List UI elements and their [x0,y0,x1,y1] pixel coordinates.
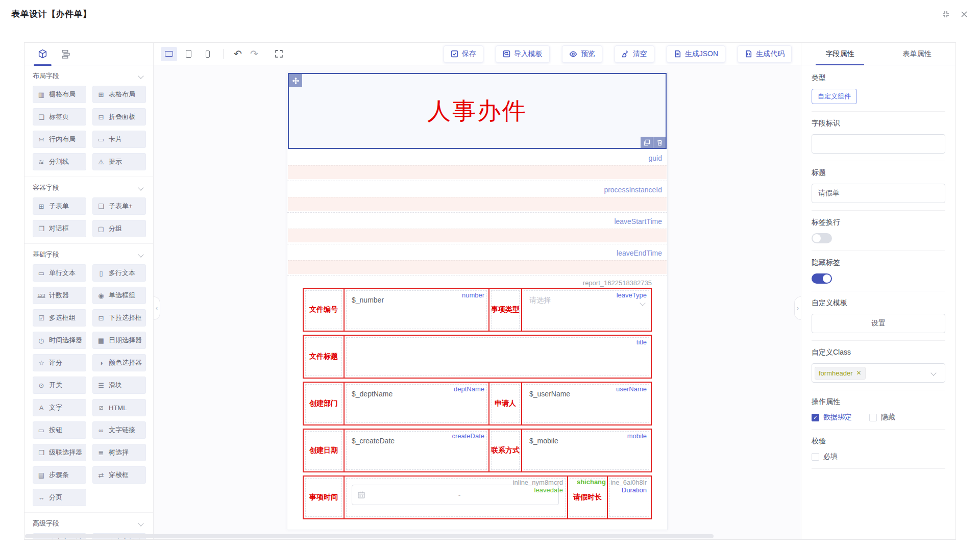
fullscreen-icon[interactable] [275,49,283,58]
data-binding-checkbox[interactable]: ✓ 数据绑定 [812,413,852,422]
move-handle-icon[interactable] [289,74,302,87]
palette-item-开关[interactable]: ⊙开关 [33,377,86,394]
input-field-cell[interactable]: $_createDatecreateDate [344,430,488,471]
form-header-component-selected[interactable]: 人事办件 [288,73,667,149]
hide-label-toggle[interactable] [812,273,832,284]
hidden-field-processInstanceId[interactable]: processInstanceId [287,181,667,213]
settings-button[interactable]: 设置 [812,314,945,333]
undo-icon[interactable]: ↶ [231,49,245,59]
palette-item-颜色选择器[interactable]: ◑颜色选择器 [92,354,146,371]
save-button[interactable]: 保存 [444,45,483,63]
import-button[interactable]: 导入模板 [496,45,550,63]
hidden-field-leaveStartTime[interactable]: leaveStartTime [287,213,667,244]
hidden-field-guid[interactable]: guid [287,149,667,181]
clear-button[interactable]: 清空 [615,45,654,63]
code-button[interactable]: 生成代码 [738,45,792,63]
palette-item-标签页[interactable]: ❏标签页 [33,108,86,126]
redo-icon[interactable]: ↷ [247,49,261,59]
palette-item-下拉选择框[interactable]: ⊡下拉选择框 [92,309,146,327]
type-tag-custom-component[interactable]: 自定义组件 [812,89,857,104]
chevron-down-icon[interactable] [138,73,143,79]
copy-component-icon[interactable] [641,137,653,148]
input-field-cell[interactable]: title [344,336,651,378]
palette-item-分页[interactable]: ↔分页 [33,489,86,506]
palette-item-折叠面板[interactable]: ⊟折叠面板 [92,108,146,126]
duration-field-cell[interactable]: ine_6ai0h8lrDuration [607,477,651,518]
delete-component-icon[interactable] [653,137,666,148]
chevron-down-icon[interactable] [138,185,143,190]
field-label-cell[interactable]: 请假时长shichang [567,477,607,518]
preview-button[interactable]: 预览 [562,45,602,63]
palette-item-HTML[interactable]: ⧄HTML [92,399,146,416]
palette-item-日期选择器[interactable]: ▦日期选择器 [92,332,146,349]
palette-item-多选框组[interactable]: ☑多选框组 [33,309,86,327]
collapse-inspector-handle[interactable]: › [794,296,801,320]
tab-outline-tree-icon[interactable] [61,43,70,65]
palette-item-评分[interactable]: ☆评分 [33,354,86,371]
custom-class-select[interactable]: formheader ✕ [812,363,945,383]
palette-item-label: 滑块 [109,381,122,390]
hidden-field-leaveEndTime[interactable]: leaveEndTime [287,244,667,276]
title-input[interactable] [812,184,945,203]
palette-item-label: 表格布局 [109,90,135,99]
hidden-checkbox[interactable]: 隐藏 [869,413,895,422]
palette-item-分组[interactable]: ▢分组 [92,220,146,237]
palette-item-步骤条[interactable]: ▤步骤条 [33,466,86,484]
palette-item-文字链接[interactable]: ∞文字链接 [92,421,146,439]
field-label-cell[interactable]: 事项类型 [488,289,521,331]
palette-item-表格布局[interactable]: ⊞表格布局 [92,86,146,103]
input-field-cell[interactable]: $_deptNamedeptName [344,383,488,424]
device-tablet-icon[interactable] [180,47,197,61]
palette-item-单行文本[interactable]: ▭单行文本 [33,264,86,282]
report-table-rows: 文件编号$_numbernumber事项类型请选择leaveType文件标题ti… [303,288,652,519]
field-label-cell[interactable]: 创建部门 [304,383,344,424]
tab-components-cube-icon[interactable] [38,43,47,65]
tab-form-properties[interactable]: 表单属性 [878,43,955,65]
input-field-cell[interactable]: $_userNameuserName [521,383,651,424]
device-desktop-icon[interactable] [161,47,177,61]
palette-item-多行文本[interactable]: ▯多行文本 [92,264,146,282]
palette-item-提示[interactable]: ⚠提示 [92,153,146,170]
palette-item-对话框[interactable]: ❐对话框 [33,220,86,237]
chevron-down-icon[interactable] [138,520,143,526]
input-field-cell[interactable]: $_numbernumber [344,289,488,331]
json-button[interactable]: 生成JSON [667,45,725,63]
required-checkbox[interactable]: 必填 [812,452,945,461]
palette-item-子表单[interactable]: ⊞子表单 [33,197,86,215]
palette-item-时间选择器[interactable]: ◷时间选择器 [33,332,86,349]
property-inspector: 字段属性 表单属性 类型 自定义组件 字段标识 标题 标签换行 隐藏标签 [801,43,955,539]
field-label-cell[interactable]: 文件编号 [304,289,344,331]
close-icon[interactable] [960,10,969,19]
palette-item-计数器[interactable]: 123计数器 [33,287,86,304]
select-field-cell[interactable]: 请选择leaveType [521,289,651,331]
palette-item-卡片[interactable]: ▭卡片 [92,131,146,148]
palette-item-滑块[interactable]: ☰滑块 [92,377,146,394]
chevron-down-icon[interactable] [138,252,143,257]
palette-item-子表单+[interactable]: ❏子表单+ [92,197,146,215]
palette-item-按钮[interactable]: ▭按钮 [33,421,86,439]
collapse-palette-handle[interactable]: ‹ [154,296,160,320]
palette-item-栅格布局[interactable]: ▥栅格布局 [33,86,86,103]
field-label-cell[interactable]: 联系方式 [488,430,521,471]
compress-icon[interactable] [941,10,950,19]
field-label-cell[interactable]: 申请人 [488,383,521,424]
remove-class-icon[interactable]: ✕ [856,369,861,377]
palette-item-穿梭框[interactable]: ⇄穿梭框 [92,466,146,484]
palette-item-单选框组[interactable]: ◉单选框组 [92,287,146,304]
tab-field-properties[interactable]: 字段属性 [801,43,878,65]
label-wrap-toggle[interactable] [812,233,832,243]
palette-item-行内布局[interactable]: ∺行内布局 [33,131,86,148]
palette-item-树选择[interactable]: ≣树选择 [92,444,146,461]
palette-item-级联选择器[interactable]: ❒级联选择器 [33,444,86,461]
field-label-cell[interactable]: 创建日期 [304,430,344,471]
field-label-cell[interactable]: 文件标题 [304,336,344,378]
device-phone-icon[interactable] [200,47,216,61]
field-id-input[interactable] [812,134,945,154]
palette-item-分割线[interactable]: ≋分割线 [33,153,86,170]
input-field-cell[interactable]: $_mobilemobile [521,430,651,471]
daterange-field-cell[interactable]: inline_nym8mcrdleavedate- [344,477,567,518]
horizontal-scrollbar[interactable] [25,534,714,538]
palette-item-文字[interactable]: A文字 [33,399,86,416]
field-label-cell[interactable]: 事项时间 [304,477,344,518]
toolbar-button-label: 保存 [462,49,476,59]
